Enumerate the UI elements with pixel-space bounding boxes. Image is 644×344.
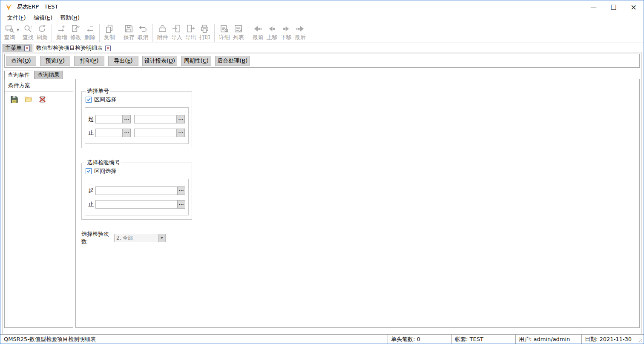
toolbar-edit-button[interactable]: 修改	[69, 24, 83, 41]
inspection-from-label: 起	[88, 187, 95, 195]
tab-query-condition[interactable]: 查询条件	[4, 71, 33, 79]
export-icon	[186, 24, 196, 34]
find-icon	[23, 24, 33, 34]
toolbar-last-button[interactable]: 最后	[293, 24, 307, 41]
query-dropdown-arrow-icon[interactable]: ▼	[17, 28, 19, 32]
order-number-group-title: 选择单号	[86, 87, 110, 95]
order-to-input-1[interactable]	[95, 129, 123, 137]
print-icon	[200, 24, 210, 34]
print-button[interactable]: 打印(P)	[74, 56, 104, 66]
status-report-code: QMSR25-数值型检验项目检测明细表	[0, 335, 388, 344]
order-from-lookup-button-2[interactable]: ···	[177, 115, 185, 123]
add-icon	[57, 24, 66, 34]
move-up-icon	[267, 24, 277, 34]
inspection-times-select[interactable]: 2. 全部 ▼	[114, 234, 166, 242]
toolbar-separator	[248, 24, 248, 42]
move-down-icon	[281, 24, 291, 34]
background-process-button[interactable]: 后台处理(B)	[215, 56, 250, 66]
preview-button[interactable]: 预览(V)	[40, 56, 70, 66]
order-number-group: 选择单号 区间选择 起 ··· ···	[81, 87, 192, 148]
toolbar-move-up-button[interactable]: 上移	[265, 24, 279, 41]
app-window: 易杰ERP - TEST — □ × 文件(F) 编辑(E) 帮助(H) 查询 …	[0, 0, 644, 344]
tab-main-menu[interactable]: 主菜单 ×	[3, 44, 32, 52]
inspection-number-group-title: 选择检验编号	[86, 159, 121, 166]
toolbar-refresh-button[interactable]: 刷新	[35, 24, 49, 41]
toolbar-cancel-button[interactable]: 取消	[136, 24, 150, 41]
order-from-lookup-button-1[interactable]: ···	[123, 115, 131, 123]
toolbar-find-button[interactable]: 查找	[21, 24, 35, 41]
checkmark-icon	[86, 169, 91, 174]
toolbar-attachment-button[interactable]: 附件	[155, 24, 170, 41]
toolbar-save-button[interactable]: 保存	[122, 24, 136, 41]
inspection-to-input[interactable]	[95, 200, 177, 209]
toolbar-delete-button[interactable]: 删除	[83, 24, 97, 41]
tab-close-icon[interactable]: ×	[24, 46, 30, 51]
menu-help[interactable]: 帮助(H)	[56, 13, 83, 23]
inspection-from-input[interactable]	[95, 186, 177, 195]
order-to-lookup-button-2[interactable]: ···	[177, 129, 185, 137]
menu-bar: 文件(F) 编辑(E) 帮助(H)	[0, 13, 644, 23]
status-doc-count: 单头笔数: 0	[388, 335, 451, 344]
toolbar-separator	[119, 24, 119, 42]
toolbar-first-button[interactable]: 最前	[251, 24, 265, 41]
save-plan-icon[interactable]	[10, 95, 18, 103]
inspection-to-label: 止	[88, 201, 95, 208]
menu-file[interactable]: 文件(F)	[3, 13, 30, 23]
toolbar-import-button[interactable]: 导入	[170, 24, 184, 41]
inspection-to-lookup-button[interactable]: ···	[177, 200, 185, 209]
order-to-input-2[interactable]	[134, 129, 177, 137]
menu-edit[interactable]: 编辑(E)	[30, 13, 56, 23]
condition-result-tabs: 查询条件 查询结果	[3, 70, 641, 79]
condition-content: 条件方案	[3, 79, 641, 334]
resize-grip[interactable]	[638, 338, 643, 343]
title-bar: 易杰ERP - TEST — □ ×	[0, 0, 644, 13]
query-button[interactable]: 查询(Q)	[6, 56, 36, 66]
inspection-range-checkbox[interactable]	[86, 168, 92, 174]
close-button[interactable]: ×	[624, 0, 644, 13]
inspection-times-label: 选择检验次数	[81, 230, 114, 246]
tab-report[interactable]: 数值型检验项目检验明细表 ×	[34, 44, 113, 52]
delete-plan-icon[interactable]	[38, 95, 46, 103]
checkmark-icon	[86, 97, 91, 102]
delete-icon	[85, 24, 95, 34]
minimize-button[interactable]: —	[584, 0, 604, 13]
import-icon	[172, 24, 181, 34]
toolbar-export-button[interactable]: 导出	[184, 24, 198, 41]
toolbar: 查询 ▼ 查找 刷新 新增 修改 删除 复制	[0, 23, 644, 43]
list-icon	[233, 24, 243, 34]
open-plan-icon[interactable]	[24, 95, 32, 103]
query-condition-form: 选择单号 区间选择 起 ··· ···	[75, 79, 640, 328]
maximize-button[interactable]: □	[604, 0, 624, 13]
toolbar-print-button[interactable]: 打印	[198, 24, 212, 41]
toolbar-copy-button[interactable]: 复制	[102, 24, 116, 41]
export-button[interactable]: 导出(E)	[108, 56, 138, 66]
design-report-button[interactable]: 设计报表(D)	[142, 56, 177, 66]
toolbar-detail-button[interactable]: 详细	[217, 24, 231, 41]
order-range-checkbox[interactable]	[86, 97, 92, 103]
order-range-panel: 起 ··· ··· 止 ··· ···	[85, 107, 189, 144]
first-icon	[253, 24, 263, 34]
toolbar-move-down-button[interactable]: 下移	[279, 24, 293, 41]
order-from-input-2[interactable]	[134, 115, 177, 123]
status-user: 用户: admin/admin	[515, 335, 581, 344]
order-to-lookup-button-1[interactable]: ···	[123, 129, 131, 137]
toolbar-separator	[214, 24, 215, 42]
periodic-button[interactable]: 周期性(C)	[181, 56, 211, 66]
condition-plan-panel: 条件方案	[4, 79, 73, 328]
status-date: 日期: 2021-11-30	[581, 335, 644, 344]
tab-close-icon[interactable]: ×	[105, 46, 111, 51]
inspection-range-checkbox-label: 区间选择	[94, 167, 116, 175]
tab-query-result[interactable]: 查询结果	[34, 71, 63, 79]
undo-icon	[138, 24, 148, 34]
status-bar: QMSR25-数值型检验项目检测明细表 单头笔数: 0 帐套: TEST 用户:…	[0, 334, 644, 344]
chevron-down-icon[interactable]: ▼	[158, 234, 165, 242]
toolbar-add-button[interactable]: 新增	[55, 24, 69, 41]
document-tabstrip: 主菜单 × 数值型检验项目检验明细表 ×	[0, 43, 644, 52]
toolbar-query-button[interactable]: 查询	[3, 24, 17, 41]
edit-icon	[71, 24, 80, 34]
toolbar-list-button[interactable]: 列表	[231, 24, 245, 41]
toolbar-separator	[99, 24, 100, 42]
order-from-input-1[interactable]	[95, 115, 123, 123]
inspection-times-row: 选择检验次数 2. 全部 ▼	[81, 230, 639, 246]
inspection-from-lookup-button[interactable]: ···	[177, 186, 185, 195]
